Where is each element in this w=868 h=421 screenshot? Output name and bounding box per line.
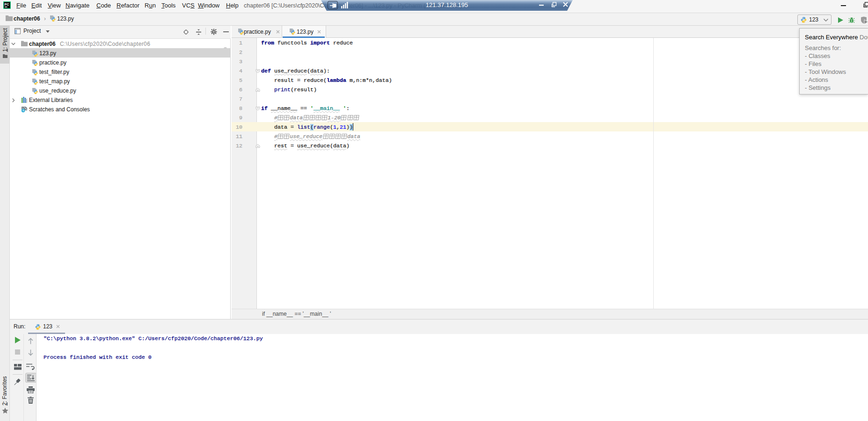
- svg-text:PC: PC: [5, 3, 9, 6]
